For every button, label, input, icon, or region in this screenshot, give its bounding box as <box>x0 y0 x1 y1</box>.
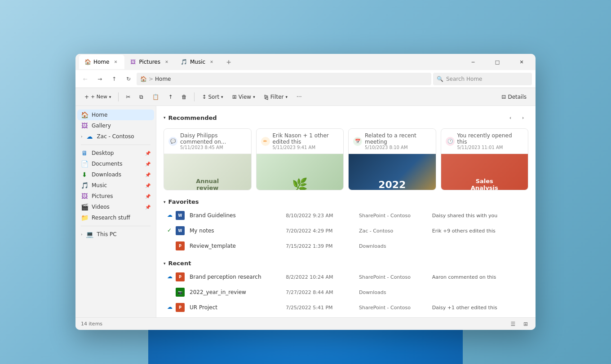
list-item[interactable]: ✓ W My notes 7/20/2022 4:29 PM Zac - Con… <box>164 223 528 238</box>
search-box[interactable]: 🔍 Search Home <box>433 73 532 85</box>
maximize-button[interactable]: □ <box>487 55 508 69</box>
new-tab-button[interactable]: + <box>222 56 235 68</box>
card-sales-analysis[interactable]: 🕐 You recently opened this 5/11/2023 11:… <box>441 128 529 190</box>
toolbar-separator-2 <box>194 92 195 101</box>
sidebar-item-thispc[interactable]: › 💻 This PC <box>77 229 154 240</box>
more-button[interactable]: ··· <box>293 92 305 102</box>
details-icon: ⊟ <box>501 94 506 100</box>
sidebar-item-zac-contoso[interactable]: › ☁ Zac - Contoso <box>77 131 154 142</box>
tab-music[interactable]: 🎵 Music ✕ <box>176 55 221 69</box>
sidebar-item-pictures[interactable]: 🖼 Pictures 📌 <box>77 191 154 202</box>
tab-pictures[interactable]: 🖼 Pictures ✕ <box>124 55 176 69</box>
forward-button[interactable]: → <box>93 73 106 85</box>
recommended-prev-button[interactable]: ‹ <box>505 112 516 123</box>
list-view-button[interactable]: ☰ <box>509 320 518 329</box>
ur-project-name: UR Project <box>190 304 282 311</box>
list-item[interactable]: ☁ W Brand Guidelines 8/10/2022 9:23 AM S… <box>164 208 528 223</box>
card-brand-header-text: Related to a recent meeting 5/10/2023 8:… <box>365 132 431 150</box>
my-notes-location: Zac - Contoso <box>359 228 429 234</box>
cut-button[interactable]: ✂ <box>122 92 134 102</box>
list-item[interactable]: ☁ P UR Project 7/25/2022 5:41 PM SharePo… <box>164 300 528 315</box>
expand-icon-zac: › <box>81 134 83 139</box>
sidebar-item-music[interactable]: 🎵 Music 📌 <box>77 180 154 191</box>
sidebar-item-home[interactable]: 🏠 Home <box>77 110 154 120</box>
card-brand-design[interactable]: 📅 Related to a recent meeting 5/10/2023 … <box>348 128 436 190</box>
pc-sidebar-icon: 💻 <box>86 231 93 238</box>
pictures-tab-icon: 🖼 <box>130 59 136 65</box>
refresh-button[interactable]: ↻ <box>122 73 135 85</box>
delete-button[interactable]: 🗑 <box>178 92 190 102</box>
pictures-pin-icon: 📌 <box>145 194 151 199</box>
tab-home[interactable]: 🏠 Home ✕ <box>79 55 124 69</box>
list-item[interactable]: ☁ P Review_template 7/15/2022 1:39 PM Do… <box>164 238 528 254</box>
tab-pictures-close[interactable]: ✕ <box>163 58 170 66</box>
gallery-sidebar-icon: 🖼 <box>81 122 88 129</box>
home-tab-icon: 🏠 <box>84 59 91 65</box>
card-plant-user: Erik Nason + 1 other edited this <box>273 132 339 145</box>
list-item[interactable]: ☁ 📷 2022_year_in_review 7/27/2022 8:44 A… <box>164 285 528 300</box>
card-plant-header-text: Erik Nason + 1 other edited this 5/11/20… <box>273 132 339 150</box>
up-button[interactable]: ↑ <box>108 73 120 85</box>
search-placeholder: Search Home <box>446 76 482 82</box>
brand-guidelines-name: Brand Guidelines <box>190 212 282 219</box>
card-plant-care[interactable]: ✏ Erik Nason + 1 other edited this 5/11/… <box>256 128 344 190</box>
card-annual-user: Daisy Philipps commented on... <box>180 132 247 145</box>
tab-home-close[interactable]: ✕ <box>112 58 119 66</box>
filter-icon: ⧎ <box>264 94 269 100</box>
filter-button[interactable]: ⧎ Filter ▾ <box>261 92 291 102</box>
delete-icon: 🗑 <box>182 94 187 100</box>
recommended-section-header[interactable]: ▾ Recommended ‹ › <box>156 110 536 126</box>
my-notes-file-icon: W <box>176 226 185 235</box>
minimize-button[interactable]: − <box>463 55 483 69</box>
search-icon: 🔍 <box>437 76 443 82</box>
tab-music-close[interactable]: ✕ <box>208 58 215 66</box>
desktop-sidebar-icon: 🖥 <box>81 149 88 157</box>
status-bar: 14 items ☰ ⊞ <box>75 317 536 330</box>
sort-button[interactable]: ↕ Sort ▾ <box>198 92 226 102</box>
year-review-file-icon: 📷 <box>176 288 185 297</box>
music-tab-icon: 🎵 <box>181 59 187 65</box>
sidebar-item-documents[interactable]: 📄 Documents 📌 <box>77 158 154 169</box>
recommended-nav: ‹ › <box>505 112 528 123</box>
ur-project-icons: ☁ P <box>167 303 186 312</box>
paste-button[interactable]: 📋 <box>149 92 163 102</box>
ur-project-file-icon: P <box>176 303 185 312</box>
recent-section-header[interactable]: ▾ Recent <box>156 257 536 269</box>
my-notes-activity: Erik +9 others edited this <box>432 228 525 234</box>
videos-sidebar-icon: 🎬 <box>81 203 88 211</box>
card-sales-user: You recently opened this <box>457 132 524 145</box>
sort-label: Sort <box>208 94 220 100</box>
new-button[interactable]: + + New ▾ <box>81 92 115 102</box>
close-button[interactable]: ✕ <box>511 55 532 69</box>
copy-button[interactable]: ⧉ <box>136 92 147 102</box>
filter-chevron-icon: ▾ <box>286 95 288 99</box>
card-annual-review[interactable]: 💬 Daisy Philipps commented on... 5/11/20… <box>164 128 252 190</box>
sidebar-videos-label: Videos <box>92 204 110 210</box>
copy-icon: ⧉ <box>139 94 143 100</box>
year-review-name: 2022_year_in_review <box>190 289 282 295</box>
favorites-section-header[interactable]: ▾ Favorites <box>156 196 536 208</box>
sidebar-item-gallery[interactable]: 🖼 Gallery <box>77 120 154 131</box>
my-notes-date: 7/20/2022 4:29 PM <box>286 228 355 234</box>
more-icon: ··· <box>297 94 301 100</box>
sidebar-divider-2 <box>81 226 151 226</box>
recommended-next-button[interactable]: › <box>518 112 528 123</box>
grid-view-button[interactable]: ⊞ <box>521 320 530 329</box>
pictures-sidebar-icon: 🖼 <box>81 193 88 200</box>
view-button[interactable]: ⊞ View ▾ <box>229 92 259 102</box>
ur-project-date: 7/25/2022 5:41 PM <box>286 305 355 311</box>
tab-music-label: Music <box>190 59 205 65</box>
share-button[interactable]: ↑ <box>164 92 176 102</box>
main-panel: ▾ Recommended ‹ › 💬 Daisy Philipps comme… <box>156 106 536 317</box>
sidebar-item-downloads[interactable]: ⬇ Downloads 📌 <box>77 169 154 180</box>
sidebar-item-research[interactable]: 📁 Research stuff <box>77 212 154 223</box>
details-button[interactable]: ⊟ Details <box>498 92 530 102</box>
path-current: Home <box>155 76 171 82</box>
path-bar[interactable]: 🏠 > Home <box>137 73 431 85</box>
sidebar-item-videos[interactable]: 🎬 Videos 📌 <box>77 202 154 212</box>
list-item[interactable]: ☁ P Brand perception research 8/2/2022 1… <box>164 269 528 285</box>
back-button[interactable]: ← <box>79 73 92 85</box>
sidebar-research-label: Research stuff <box>92 215 130 221</box>
card-annual-review-header: 💬 Daisy Philipps commented on... 5/11/20… <box>164 129 251 154</box>
sidebar-item-desktop[interactable]: 🖥 Desktop 📌 <box>77 148 154 158</box>
